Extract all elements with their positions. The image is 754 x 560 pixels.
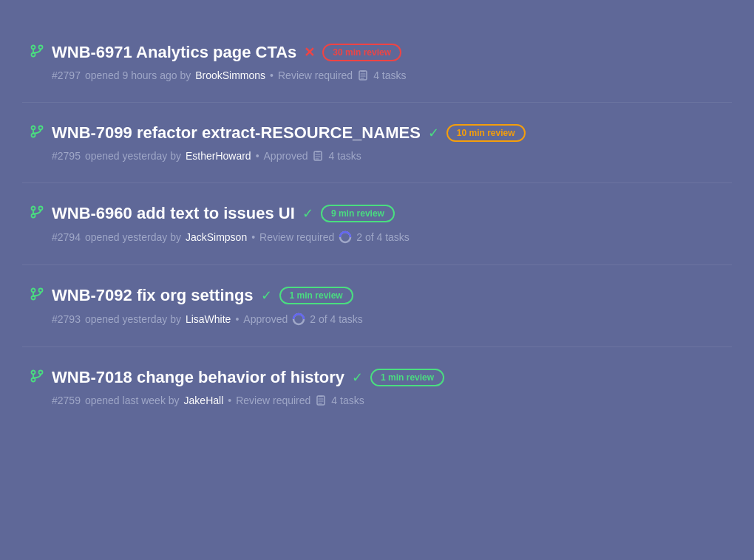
review-status: Review required (278, 69, 353, 81)
pr-author[interactable]: LisaWhite (186, 313, 231, 325)
tasks-count: 4 tasks (328, 150, 361, 162)
pr-author[interactable]: JakeHall (184, 395, 224, 406)
status-check-icon: ✓ (352, 369, 363, 386)
tasks-count: 4 tasks (373, 69, 406, 81)
pr-title-row: WNB-7099 refactor extract-RESOURCE_NAMES… (30, 123, 724, 143)
tasks-count: 4 tasks (331, 395, 364, 406)
pr-merge-icon (30, 287, 44, 305)
pr-list: WNB-6971 Analytics page CTAs✕30 min revi… (22, 22, 732, 427)
tasks-progress-circle (292, 313, 305, 326)
pr-meta: #2759opened last week byJakeHall•Review … (30, 395, 724, 406)
pr-meta: #2795opened yesterday byEstherHoward•App… (30, 150, 724, 162)
review-time-badge: 9 min review (321, 205, 395, 222)
tasks-icon (315, 395, 327, 406)
pr-merge-icon (30, 369, 44, 387)
pr-opened: opened yesterday by (85, 150, 181, 162)
separator-dot: • (270, 69, 274, 81)
tasks-icon (312, 150, 324, 162)
pr-item[interactable]: WNB-7092 fix org settings✓1 min review#2… (22, 265, 732, 347)
pr-author[interactable]: EstherHoward (186, 150, 251, 162)
pr-number: #2794 (52, 231, 81, 243)
separator-dot: • (235, 313, 239, 325)
pr-author[interactable]: BrookSimmons (195, 69, 265, 81)
pr-merge-icon (30, 205, 44, 223)
separator-dot: • (228, 395, 231, 406)
review-time-badge: 30 min review (322, 44, 401, 61)
separator-dot: • (251, 231, 255, 243)
pr-title[interactable]: WNB-7092 fix org settings (52, 286, 254, 305)
status-check-icon: ✓ (428, 125, 439, 141)
review-time-badge: 10 min review (446, 124, 526, 142)
pr-meta: #2793opened yesterday byLisaWhite•Approv… (30, 313, 724, 326)
pr-number: #2795 (52, 150, 81, 162)
pr-merge-icon (30, 44, 44, 62)
status-check-icon: ✓ (261, 287, 272, 304)
pr-number: #2793 (52, 313, 81, 325)
pr-opened: opened last week by (85, 395, 180, 406)
review-time-badge: 1 min review (370, 369, 444, 386)
pr-item[interactable]: WNB-6960 add text to issues UI✓9 min rev… (22, 183, 732, 265)
pr-meta: #2797opened 9 hours ago byBrookSimmons•R… (30, 69, 724, 81)
separator-dot: • (256, 150, 259, 162)
pr-title-row: WNB-6960 add text to issues UI✓9 min rev… (30, 204, 724, 223)
tasks-icon (357, 69, 369, 81)
pr-title-row: WNB-7018 change behavior of history✓1 mi… (30, 368, 724, 387)
pr-item[interactable]: WNB-7099 refactor extract-RESOURCE_NAMES… (22, 103, 732, 183)
pr-title[interactable]: WNB-6971 Analytics page CTAs (52, 43, 296, 62)
pr-number: #2759 (52, 395, 81, 406)
pr-merge-icon (30, 124, 44, 143)
status-check-icon: ✓ (302, 205, 313, 222)
review-status: Approved (243, 313, 288, 325)
tasks-progress-circle (339, 231, 352, 244)
pr-item[interactable]: WNB-6971 Analytics page CTAs✕30 min revi… (22, 22, 732, 103)
pr-item[interactable]: WNB-7018 change behavior of history✓1 mi… (22, 347, 732, 427)
pr-opened: opened yesterday by (85, 231, 181, 243)
pr-opened: opened 9 hours ago by (85, 69, 191, 81)
pr-title-row: WNB-7092 fix org settings✓1 min review (30, 286, 724, 305)
pr-title[interactable]: WNB-6960 add text to issues UI (52, 204, 295, 223)
pr-opened: opened yesterday by (85, 313, 181, 325)
review-status: Review required (259, 231, 334, 243)
pr-author[interactable]: JackSimpson (186, 231, 247, 243)
tasks-count: 2 of 4 tasks (310, 313, 363, 325)
review-status: Review required (236, 395, 310, 406)
pr-number: #2797 (52, 69, 81, 81)
pr-title-row: WNB-6971 Analytics page CTAs✕30 min revi… (30, 43, 724, 62)
review-time-badge: 1 min review (279, 287, 353, 304)
review-status: Approved (264, 150, 308, 162)
tasks-count: 2 of 4 tasks (356, 231, 410, 243)
pr-title[interactable]: WNB-7099 refactor extract-RESOURCE_NAMES (52, 123, 421, 143)
pr-title[interactable]: WNB-7018 change behavior of history (52, 368, 344, 387)
status-x-icon: ✕ (304, 44, 315, 61)
pr-meta: #2794opened yesterday byJackSimpson•Revi… (30, 231, 724, 244)
